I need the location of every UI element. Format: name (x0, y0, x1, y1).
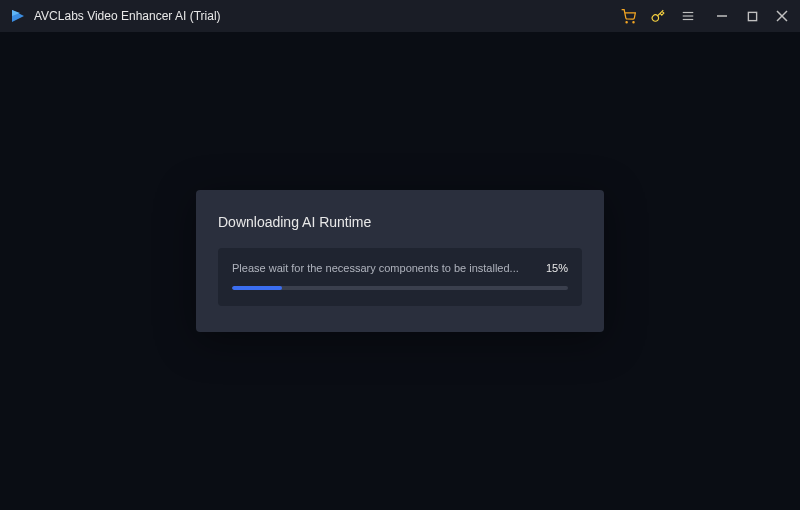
svg-rect-8 (748, 12, 756, 20)
titlebar: AVCLabs Video Enhancer AI (Trial) (0, 0, 800, 32)
key-icon[interactable] (650, 8, 666, 24)
close-icon[interactable] (774, 8, 790, 24)
dialog-title: Downloading AI Runtime (218, 214, 582, 230)
titlebar-left: AVCLabs Video Enhancer AI (Trial) (10, 8, 221, 24)
progress-percent: 15% (546, 262, 568, 274)
download-dialog: Downloading AI Runtime Please wait for t… (196, 190, 604, 332)
main-area: Downloading AI Runtime Please wait for t… (0, 32, 800, 510)
minimize-icon[interactable] (714, 8, 730, 24)
app-title: AVCLabs Video Enhancer AI (Trial) (34, 9, 221, 23)
progress-container: Please wait for the necessary components… (218, 248, 582, 306)
progress-message: Please wait for the necessary components… (232, 262, 519, 274)
maximize-icon[interactable] (744, 8, 760, 24)
svg-point-2 (626, 21, 627, 22)
progress-row: Please wait for the necessary components… (232, 262, 568, 274)
app-logo-icon (10, 8, 26, 24)
progress-track (232, 286, 568, 290)
cart-icon[interactable] (620, 8, 636, 24)
progress-fill (232, 286, 282, 290)
menu-icon[interactable] (680, 8, 696, 24)
window-controls (714, 8, 790, 24)
svg-point-3 (632, 21, 633, 22)
titlebar-right (620, 8, 790, 24)
